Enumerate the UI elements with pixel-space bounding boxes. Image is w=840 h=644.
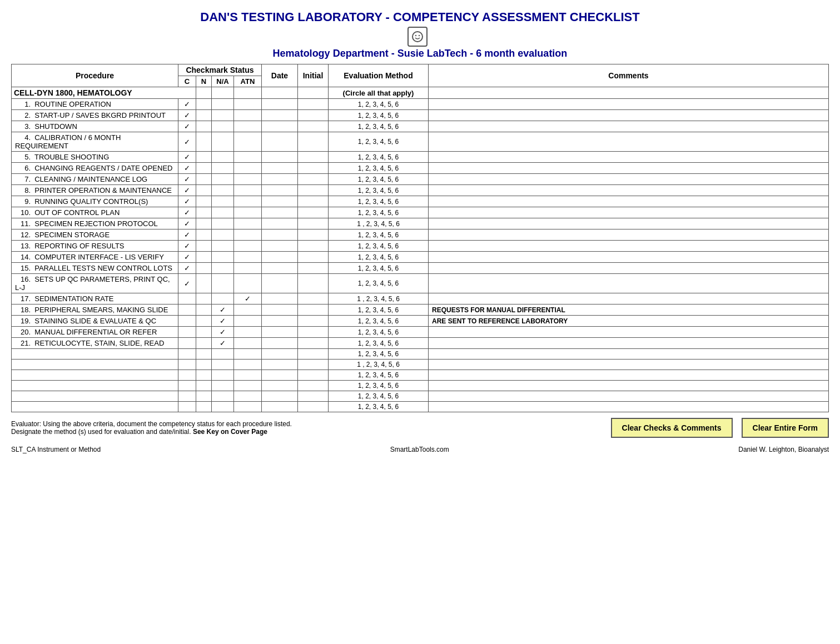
initial-cell[interactable] [298, 402, 329, 412]
date-cell[interactable] [262, 327, 298, 338]
check-atn[interactable] [234, 218, 262, 229]
check-c[interactable] [178, 360, 196, 370]
check-c[interactable] [178, 349, 196, 360]
comment-cell[interactable] [429, 402, 829, 412]
initial-cell[interactable] [298, 229, 329, 241]
check-c[interactable] [178, 293, 196, 304]
check-atn[interactable] [234, 241, 262, 252]
initial-cell[interactable] [298, 293, 329, 304]
check-c[interactable]: ✓ [178, 163, 196, 174]
comment-cell[interactable] [429, 174, 829, 185]
check-na[interactable] [212, 207, 234, 218]
check-n[interactable] [196, 402, 212, 412]
initial-cell[interactable] [298, 207, 329, 218]
check-c[interactable]: ✓ [178, 274, 196, 293]
date-cell[interactable] [262, 163, 298, 174]
check-c[interactable]: ✓ [178, 263, 196, 274]
check-na[interactable] [212, 360, 234, 370]
check-c[interactable]: ✓ [178, 185, 196, 196]
check-atn[interactable] [234, 349, 262, 360]
comment-cell[interactable] [429, 360, 829, 370]
check-c[interactable]: ✓ [178, 110, 196, 121]
comment-cell[interactable] [429, 327, 829, 338]
comment-cell[interactable] [429, 370, 829, 381]
check-c[interactable]: ✓ [178, 152, 196, 163]
check-atn[interactable] [234, 381, 262, 391]
date-cell[interactable] [262, 391, 298, 402]
initial-cell[interactable] [298, 152, 329, 163]
check-c[interactable]: ✓ [178, 196, 196, 207]
check-n[interactable] [196, 174, 212, 185]
check-na[interactable] [212, 185, 234, 196]
check-n[interactable] [196, 163, 212, 174]
check-atn[interactable] [234, 229, 262, 241]
initial-cell[interactable] [298, 274, 329, 293]
initial-cell[interactable] [298, 360, 329, 370]
comment-cell[interactable] [429, 252, 829, 263]
check-n[interactable] [196, 304, 212, 316]
check-na[interactable] [212, 110, 234, 121]
check-n[interactable] [196, 152, 212, 163]
check-na[interactable] [212, 152, 234, 163]
check-atn[interactable] [234, 274, 262, 293]
check-n[interactable] [196, 207, 212, 218]
date-cell[interactable] [262, 370, 298, 381]
initial-cell[interactable] [298, 174, 329, 185]
check-c[interactable] [178, 381, 196, 391]
initial-cell[interactable] [298, 370, 329, 381]
comment-cell[interactable] [429, 196, 829, 207]
check-atn[interactable] [234, 196, 262, 207]
comment-cell[interactable] [429, 163, 829, 174]
check-na[interactable] [212, 381, 234, 391]
check-na[interactable] [212, 163, 234, 174]
check-atn[interactable] [234, 316, 262, 327]
check-na[interactable] [212, 293, 234, 304]
comment-cell[interactable] [429, 263, 829, 274]
check-na[interactable] [212, 402, 234, 412]
check-na[interactable]: ✓ [212, 327, 234, 338]
check-n[interactable] [196, 99, 212, 110]
comment-cell[interactable] [429, 110, 829, 121]
check-na[interactable] [212, 241, 234, 252]
check-na[interactable]: ✓ [212, 316, 234, 327]
date-cell[interactable] [262, 229, 298, 241]
date-cell[interactable] [262, 241, 298, 252]
check-c[interactable] [178, 327, 196, 338]
check-c[interactable]: ✓ [178, 99, 196, 110]
check-atn[interactable] [234, 338, 262, 349]
check-na[interactable] [212, 349, 234, 360]
check-na[interactable] [212, 274, 234, 293]
check-atn[interactable] [234, 263, 262, 274]
comment-cell[interactable] [429, 207, 829, 218]
comment-cell[interactable] [429, 132, 829, 152]
check-atn[interactable] [234, 110, 262, 121]
check-n[interactable] [196, 241, 212, 252]
date-cell[interactable] [262, 293, 298, 304]
initial-cell[interactable] [298, 349, 329, 360]
check-n[interactable] [196, 185, 212, 196]
check-atn[interactable] [234, 360, 262, 370]
check-c[interactable]: ✓ [178, 229, 196, 241]
date-cell[interactable] [262, 304, 298, 316]
clear-form-button[interactable]: Clear Entire Form [742, 418, 829, 438]
check-n[interactable] [196, 338, 212, 349]
check-n[interactable] [196, 370, 212, 381]
check-c[interactable]: ✓ [178, 207, 196, 218]
initial-cell[interactable] [298, 218, 329, 229]
check-na[interactable] [212, 252, 234, 263]
check-c[interactable] [178, 370, 196, 381]
check-c[interactable]: ✓ [178, 174, 196, 185]
check-atn[interactable] [234, 252, 262, 263]
comment-cell[interactable] [429, 185, 829, 196]
initial-cell[interactable] [298, 163, 329, 174]
check-atn[interactable] [234, 163, 262, 174]
date-cell[interactable] [262, 316, 298, 327]
check-na[interactable]: ✓ [212, 338, 234, 349]
date-cell[interactable] [262, 207, 298, 218]
initial-cell[interactable] [298, 132, 329, 152]
comment-cell[interactable] [429, 391, 829, 402]
initial-cell[interactable] [298, 252, 329, 263]
check-n[interactable] [196, 132, 212, 152]
check-na[interactable] [212, 218, 234, 229]
initial-cell[interactable] [298, 391, 329, 402]
